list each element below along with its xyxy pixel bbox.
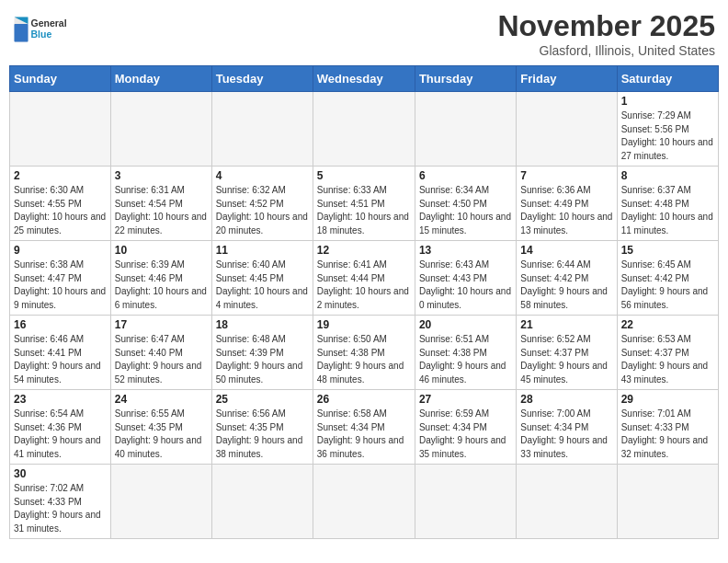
calendar-cell: 8Sunrise: 6:37 AM Sunset: 4:48 PM Daylig…: [617, 167, 718, 241]
weekday-header-tuesday: Tuesday: [211, 66, 313, 92]
day-info: Sunrise: 6:47 AM Sunset: 4:40 PM Dayligh…: [115, 333, 208, 386]
day-info: Sunrise: 6:51 AM Sunset: 4:38 PM Dayligh…: [419, 333, 512, 386]
calendar-cell: 22Sunrise: 6:53 AM Sunset: 4:37 PM Dayli…: [617, 316, 718, 390]
calendar-table: SundayMondayTuesdayWednesdayThursdayFrid…: [9, 65, 719, 539]
calendar-week-row: 2Sunrise: 6:30 AM Sunset: 4:55 PM Daylig…: [10, 167, 719, 241]
day-info: Sunrise: 7:00 AM Sunset: 4:34 PM Dayligh…: [520, 408, 612, 461]
day-number: 5: [317, 169, 411, 182]
calendar-cell: 18Sunrise: 6:48 AM Sunset: 4:39 PM Dayli…: [211, 316, 313, 390]
day-number: 26: [317, 393, 411, 406]
day-number: 25: [216, 393, 309, 406]
calendar-cell: [517, 92, 617, 167]
calendar-cell: 1Sunrise: 7:29 AM Sunset: 5:56 PM Daylig…: [617, 92, 718, 167]
calendar-cell: 16Sunrise: 6:46 AM Sunset: 4:41 PM Dayli…: [10, 316, 111, 390]
day-number: 21: [520, 318, 612, 331]
month-title: November 2025: [497, 9, 715, 43]
calendar-cell: [10, 92, 111, 167]
day-info: Sunrise: 6:31 AM Sunset: 4:54 PM Dayligh…: [115, 184, 208, 237]
day-number: 18: [216, 318, 309, 331]
day-number: 24: [115, 393, 208, 406]
calendar-cell: 11Sunrise: 6:40 AM Sunset: 4:45 PM Dayli…: [211, 241, 313, 316]
day-number: 28: [520, 393, 612, 406]
day-number: 17: [115, 318, 208, 331]
day-number: 15: [621, 244, 714, 257]
weekday-header-sunday: Sunday: [10, 66, 111, 92]
day-info: Sunrise: 6:38 AM Sunset: 4:47 PM Dayligh…: [14, 259, 107, 312]
calendar-cell: 5Sunrise: 6:33 AM Sunset: 4:51 PM Daylig…: [313, 167, 415, 241]
day-info: Sunrise: 6:40 AM Sunset: 4:45 PM Dayligh…: [216, 259, 309, 312]
calendar-cell: [110, 92, 211, 167]
day-number: 20: [419, 318, 512, 331]
calendar-week-row: 30Sunrise: 7:02 AM Sunset: 4:33 PM Dayli…: [10, 465, 719, 539]
calendar-cell: 20Sunrise: 6:51 AM Sunset: 4:38 PM Dayli…: [415, 316, 516, 390]
location: Glasford, Illinois, United States: [497, 43, 715, 58]
day-info: Sunrise: 6:44 AM Sunset: 4:42 PM Dayligh…: [520, 259, 612, 312]
day-number: 10: [115, 244, 208, 257]
day-info: Sunrise: 6:56 AM Sunset: 4:35 PM Dayligh…: [216, 408, 309, 461]
day-number: 19: [317, 318, 411, 331]
day-info: Sunrise: 6:55 AM Sunset: 4:35 PM Dayligh…: [115, 408, 208, 461]
weekday-header-row: SundayMondayTuesdayWednesdayThursdayFrid…: [10, 66, 719, 92]
calendar-cell: [617, 465, 718, 539]
day-info: Sunrise: 6:54 AM Sunset: 4:36 PM Dayligh…: [14, 408, 107, 461]
svg-text:General: General: [31, 17, 67, 29]
day-info: Sunrise: 6:50 AM Sunset: 4:38 PM Dayligh…: [317, 333, 411, 386]
calendar-week-row: 9Sunrise: 6:38 AM Sunset: 4:47 PM Daylig…: [10, 241, 719, 316]
calendar-cell: 28Sunrise: 7:00 AM Sunset: 4:34 PM Dayli…: [517, 390, 617, 465]
calendar-cell: 14Sunrise: 6:44 AM Sunset: 4:42 PM Dayli…: [517, 241, 617, 316]
day-number: 12: [317, 244, 411, 257]
day-info: Sunrise: 6:32 AM Sunset: 4:52 PM Dayligh…: [216, 184, 309, 237]
day-info: Sunrise: 6:41 AM Sunset: 4:44 PM Dayligh…: [317, 259, 411, 312]
day-info: Sunrise: 6:43 AM Sunset: 4:43 PM Dayligh…: [419, 259, 512, 312]
calendar-cell: 6Sunrise: 6:34 AM Sunset: 4:50 PM Daylig…: [415, 167, 516, 241]
day-number: 9: [14, 244, 107, 257]
page-header: General Blue November 2025 Glasford, Ill…: [9, 9, 719, 58]
calendar-cell: 23Sunrise: 6:54 AM Sunset: 4:36 PM Dayli…: [10, 390, 111, 465]
calendar-cell: 13Sunrise: 6:43 AM Sunset: 4:43 PM Dayli…: [415, 241, 516, 316]
calendar-cell: 29Sunrise: 7:01 AM Sunset: 4:33 PM Dayli…: [617, 390, 718, 465]
calendar-cell: 30Sunrise: 7:02 AM Sunset: 4:33 PM Dayli…: [10, 465, 111, 539]
calendar-cell: [313, 465, 415, 539]
svg-rect-4: [15, 24, 28, 42]
day-number: 16: [14, 318, 107, 331]
weekday-header-wednesday: Wednesday: [313, 66, 415, 92]
calendar-week-row: 1Sunrise: 7:29 AM Sunset: 5:56 PM Daylig…: [10, 92, 719, 167]
calendar-cell: 15Sunrise: 6:45 AM Sunset: 4:42 PM Dayli…: [617, 241, 718, 316]
calendar-cell: 4Sunrise: 6:32 AM Sunset: 4:52 PM Daylig…: [211, 167, 313, 241]
calendar-cell: [313, 92, 415, 167]
calendar-cell: 27Sunrise: 6:59 AM Sunset: 4:34 PM Dayli…: [415, 390, 516, 465]
day-number: 3: [115, 169, 208, 182]
day-info: Sunrise: 6:53 AM Sunset: 4:37 PM Dayligh…: [621, 333, 714, 386]
day-number: 22: [621, 318, 714, 331]
calendar-cell: 7Sunrise: 6:36 AM Sunset: 4:49 PM Daylig…: [517, 167, 617, 241]
day-number: 2: [14, 169, 107, 182]
day-number: 6: [419, 169, 512, 182]
day-info: Sunrise: 6:52 AM Sunset: 4:37 PM Dayligh…: [520, 333, 612, 386]
calendar-cell: 2Sunrise: 6:30 AM Sunset: 4:55 PM Daylig…: [10, 167, 111, 241]
calendar-cell: 25Sunrise: 6:56 AM Sunset: 4:35 PM Dayli…: [211, 390, 313, 465]
calendar-week-row: 23Sunrise: 6:54 AM Sunset: 4:36 PM Dayli…: [10, 390, 719, 465]
day-number: 27: [419, 393, 512, 406]
day-info: Sunrise: 6:45 AM Sunset: 4:42 PM Dayligh…: [621, 259, 714, 312]
calendar-cell: 9Sunrise: 6:38 AM Sunset: 4:47 PM Daylig…: [10, 241, 111, 316]
day-info: Sunrise: 6:37 AM Sunset: 4:48 PM Dayligh…: [621, 184, 714, 237]
day-info: Sunrise: 6:33 AM Sunset: 4:51 PM Dayligh…: [317, 184, 411, 237]
weekday-header-thursday: Thursday: [415, 66, 516, 92]
day-info: Sunrise: 7:29 AM Sunset: 5:56 PM Dayligh…: [621, 109, 714, 163]
calendar-week-row: 16Sunrise: 6:46 AM Sunset: 4:41 PM Dayli…: [10, 316, 719, 390]
calendar-cell: 19Sunrise: 6:50 AM Sunset: 4:38 PM Dayli…: [313, 316, 415, 390]
calendar-cell: [110, 465, 211, 539]
day-info: Sunrise: 7:02 AM Sunset: 4:33 PM Dayligh…: [14, 482, 107, 535]
logo: General Blue: [13, 9, 68, 50]
day-number: 11: [216, 244, 309, 257]
svg-text:Blue: Blue: [31, 29, 52, 40]
day-info: Sunrise: 6:39 AM Sunset: 4:46 PM Dayligh…: [115, 259, 208, 312]
calendar-cell: [415, 92, 516, 167]
day-info: Sunrise: 6:48 AM Sunset: 4:39 PM Dayligh…: [216, 333, 309, 386]
calendar-cell: 17Sunrise: 6:47 AM Sunset: 4:40 PM Dayli…: [110, 316, 211, 390]
calendar-cell: 12Sunrise: 6:41 AM Sunset: 4:44 PM Dayli…: [313, 241, 415, 316]
day-info: Sunrise: 6:34 AM Sunset: 4:50 PM Dayligh…: [419, 184, 512, 237]
day-info: Sunrise: 6:36 AM Sunset: 4:49 PM Dayligh…: [520, 184, 612, 237]
weekday-header-saturday: Saturday: [617, 66, 718, 92]
day-info: Sunrise: 6:30 AM Sunset: 4:55 PM Dayligh…: [14, 184, 107, 237]
